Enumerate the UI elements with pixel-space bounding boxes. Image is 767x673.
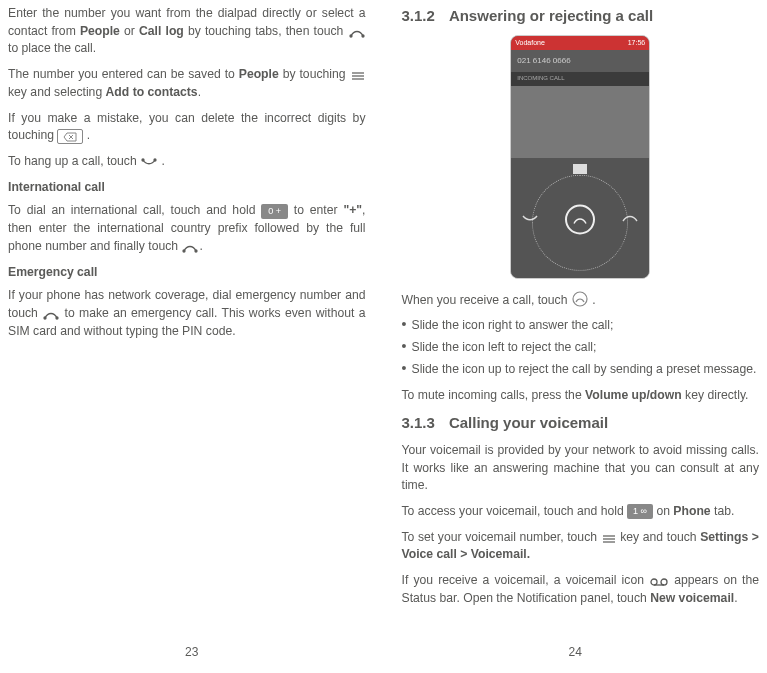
svg-point-18 [661,579,667,585]
svg-point-11 [44,317,46,319]
heading-313: 3.1.3Calling your voicemail [402,412,760,434]
call-answer-icon [565,204,595,234]
page-right: 3.1.2Answering or rejecting a call Vodaf… [384,0,768,673]
message-icon [573,164,587,174]
para-voicemail-desc: Your voicemail is provided by your netwo… [402,442,760,495]
svg-point-17 [651,579,657,585]
call-circle-icon [572,291,588,310]
menu-icon [351,66,365,84]
call-actions-list: Slide the icon right to answer the call;… [402,317,760,378]
svg-point-12 [56,317,58,319]
handset-icon [43,305,59,323]
svg-point-10 [195,250,197,252]
reject-handset-icon [521,211,539,225]
one-key-icon: 1 ∞ [627,504,653,519]
para-voicemail-icon: If you receive a voicemail, a voicemail … [402,572,760,607]
page-number: 23 [185,644,198,661]
phone-number-bar: 021 6146 0666 [511,50,649,72]
para-hangup: To hang up a call, touch . [8,153,366,171]
incoming-call-label: INCOMING CALL [511,72,649,86]
para-emergency: If your phone has network coverage, dial… [8,287,366,340]
handset-icon [182,238,198,256]
para-save-number: The number you entered can be saved to P… [8,66,366,101]
heading-emergency-call: Emergency call [8,264,366,282]
para-dialpad: Enter the number you want from the dialp… [8,5,366,58]
para-mute: To mute incoming calls, press the Volume… [402,387,760,405]
svg-point-0 [350,35,352,37]
heading-international-call: International call [8,179,366,197]
para-international: To dial an international call, touch and… [8,202,366,255]
svg-point-9 [183,250,185,252]
handset-icon [349,23,365,41]
page-number: 24 [569,644,582,661]
heading-312: 3.1.2Answering or rejecting a call [402,5,760,27]
menu-icon [602,529,616,547]
delete-icon [57,129,83,144]
hangup-icon [141,153,157,171]
list-item: Slide the icon up to reject the call by … [402,361,760,379]
svg-point-1 [362,35,364,37]
svg-point-8 [154,159,156,161]
para-voicemail-settings: To set your voicemail number, touch key … [402,529,760,564]
svg-point-7 [142,159,144,161]
para-voicemail-access: To access your voicemail, touch and hold… [402,503,760,521]
ring-area [511,158,649,278]
list-item: Slide the icon right to answer the call; [402,317,760,335]
page-left: Enter the number you want from the dialp… [0,0,384,673]
para-receive-call: When you receive a call, touch . [402,291,760,310]
phone-statusbar: Vodafone 17:56 [511,36,649,50]
phone-screenshot: Vodafone 17:56 021 6146 0666 INCOMING CA… [510,35,650,279]
para-delete-digit: If you make a mistake, you can delete th… [8,110,366,145]
zero-key-icon: 0 + [261,204,288,219]
answer-handset-icon [621,211,639,225]
list-item: Slide the icon left to reject the call; [402,339,760,357]
voicemail-icon [650,572,668,590]
